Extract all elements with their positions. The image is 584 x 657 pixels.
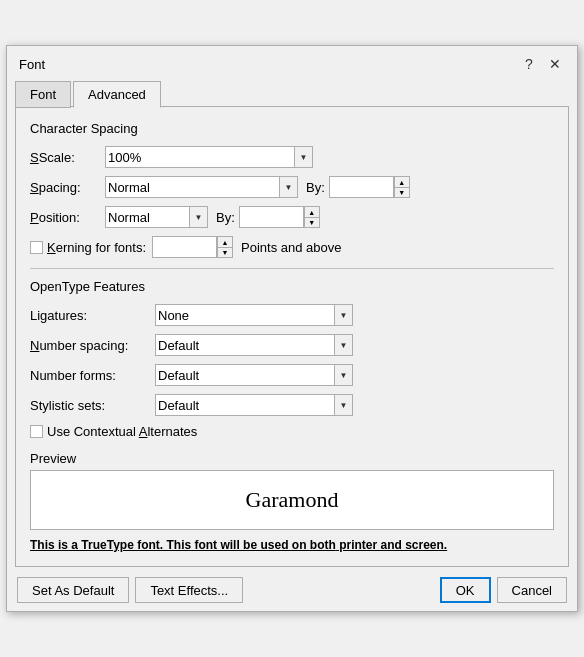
help-button[interactable]: ? xyxy=(519,54,539,74)
spacing-by-input[interactable] xyxy=(329,176,394,198)
position-by-input[interactable] xyxy=(239,206,304,228)
kerning-spin: ▲ ▼ xyxy=(152,236,233,258)
ligatures-row: Ligatures: None ▼ xyxy=(30,304,554,326)
spacing-by-spinbtns: ▲ ▼ xyxy=(394,176,410,198)
stylistic-sets-input[interactable]: Default xyxy=(155,394,335,416)
kerning-spinbtns: ▲ ▼ xyxy=(217,236,233,258)
tab-advanced[interactable]: Advanced xyxy=(73,81,161,108)
position-by-down[interactable]: ▼ xyxy=(304,217,320,228)
title-bar-left: Font xyxy=(19,57,45,72)
position-by-up[interactable]: ▲ xyxy=(304,206,320,217)
font-dialog: Font ? ✕ Font Advanced Character Spacing… xyxy=(6,45,578,612)
stylistic-sets-dropdown-wrap: Default ▼ xyxy=(155,394,353,416)
section-divider xyxy=(30,268,554,269)
spacing-dropdown-wrap: Normal ▼ xyxy=(105,176,298,198)
title-bar-right: ? ✕ xyxy=(519,54,565,74)
position-input[interactable]: Normal xyxy=(105,206,190,228)
ligatures-dropdown-btn[interactable]: ▼ xyxy=(335,304,353,326)
number-forms-dropdown-wrap: Default ▼ xyxy=(155,364,353,386)
preview-description: This is a TrueType font. This font will … xyxy=(30,538,554,552)
number-spacing-dropdown-btn[interactable]: ▼ xyxy=(335,334,353,356)
preview-box: Garamond xyxy=(30,470,554,530)
stylistic-sets-dropdown-btn[interactable]: ▼ xyxy=(335,394,353,416)
spacing-by-up[interactable]: ▲ xyxy=(394,176,410,187)
kerning-label: Kerning for fonts: xyxy=(47,240,146,255)
btn-left: Set As Default Text Effects... xyxy=(17,577,243,603)
opentype-section: OpenType Features Ligatures: None ▼ Numb… xyxy=(30,279,554,439)
position-label: Position: xyxy=(30,210,105,225)
position-dropdown-wrap: Normal ▼ xyxy=(105,206,208,228)
number-forms-label: Number forms: xyxy=(30,368,155,383)
contextual-checkbox[interactable] xyxy=(30,425,43,438)
text-effects-button[interactable]: Text Effects... xyxy=(135,577,243,603)
number-forms-input[interactable]: Default xyxy=(155,364,335,386)
scale-label: SScale: xyxy=(30,150,105,165)
preview-label: Preview xyxy=(30,451,554,466)
cancel-button[interactable]: Cancel xyxy=(497,577,567,603)
character-spacing-label: Character Spacing xyxy=(30,121,554,136)
scale-dropdown-btn[interactable]: ▼ xyxy=(295,146,313,168)
ligatures-dropdown-wrap: None ▼ xyxy=(155,304,353,326)
contextual-row: Use Contextual Alternates xyxy=(30,424,554,439)
spacing-label: Spacing: xyxy=(30,180,105,195)
scale-dropdown-wrap: 100% ▼ xyxy=(105,146,313,168)
preview-section: Preview Garamond This is a TrueType font… xyxy=(30,451,554,552)
spacing-input[interactable]: Normal xyxy=(105,176,280,198)
set-as-default-button[interactable]: Set As Default xyxy=(17,577,129,603)
points-label: Points and above xyxy=(241,240,341,255)
spacing-row: Spacing: Normal ▼ By: ▲ ▼ xyxy=(30,176,554,198)
dialog-title: Font xyxy=(19,57,45,72)
btn-right: OK Cancel xyxy=(440,577,567,603)
kerning-up[interactable]: ▲ xyxy=(217,236,233,247)
position-by-spinbtns: ▲ ▼ xyxy=(304,206,320,228)
scale-input[interactable]: 100% xyxy=(105,146,295,168)
tab-bar: Font Advanced xyxy=(7,80,577,107)
position-dropdown-btn[interactable]: ▼ xyxy=(190,206,208,228)
ok-button[interactable]: OK xyxy=(440,577,491,603)
spacing-by-down[interactable]: ▼ xyxy=(394,187,410,198)
kerning-checkbox-wrap: Kerning for fonts: xyxy=(30,240,146,255)
close-button[interactable]: ✕ xyxy=(545,54,565,74)
opentype-label: OpenType Features xyxy=(30,279,554,294)
ligatures-input[interactable]: None xyxy=(155,304,335,326)
scale-row: SScale: 100% ▼ xyxy=(30,146,554,168)
number-spacing-dropdown-wrap: Default ▼ xyxy=(155,334,353,356)
kerning-row: Kerning for fonts: ▲ ▼ Points and above xyxy=(30,236,554,258)
ligatures-label: Ligatures: xyxy=(30,308,155,323)
kerning-checkbox[interactable] xyxy=(30,241,43,254)
button-row: Set As Default Text Effects... OK Cancel xyxy=(7,567,577,611)
kerning-input[interactable] xyxy=(152,236,217,258)
contextual-label: Use Contextual Alternates xyxy=(47,424,197,439)
stylistic-sets-label: Stylistic sets: xyxy=(30,398,155,413)
spacing-by-spin: ▲ ▼ xyxy=(329,176,410,198)
stylistic-sets-row: Stylistic sets: Default ▼ xyxy=(30,394,554,416)
number-spacing-input[interactable]: Default xyxy=(155,334,335,356)
contextual-checkbox-wrap: Use Contextual Alternates xyxy=(30,424,197,439)
tab-font[interactable]: Font xyxy=(15,81,71,108)
dialog-content: Character Spacing SScale: 100% ▼ Spacing… xyxy=(15,106,569,567)
by-label-2: By: xyxy=(216,210,235,225)
number-forms-row: Number forms: Default ▼ xyxy=(30,364,554,386)
preview-font-name: Garamond xyxy=(246,487,339,513)
position-by-spin: ▲ ▼ xyxy=(239,206,320,228)
position-row: Position: Normal ▼ By: ▲ ▼ xyxy=(30,206,554,228)
spacing-dropdown-btn[interactable]: ▼ xyxy=(280,176,298,198)
by-label-1: By: xyxy=(306,180,325,195)
title-bar: Font ? ✕ xyxy=(7,46,577,80)
kerning-down[interactable]: ▼ xyxy=(217,247,233,258)
number-spacing-label: Number spacing: xyxy=(30,338,155,353)
number-spacing-row: Number spacing: Default ▼ xyxy=(30,334,554,356)
number-forms-dropdown-btn[interactable]: ▼ xyxy=(335,364,353,386)
